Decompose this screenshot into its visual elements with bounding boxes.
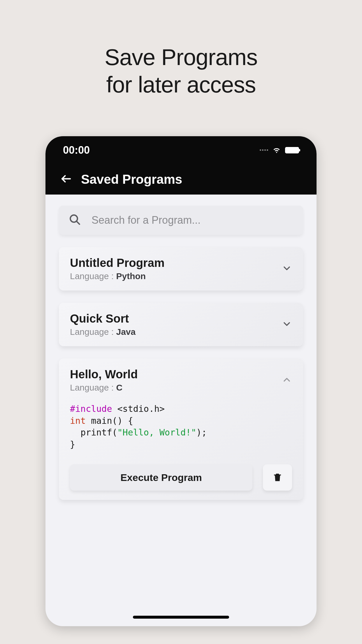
language-value: Python <box>116 271 146 281</box>
search-bar[interactable] <box>59 206 303 235</box>
chevron-down-icon[interactable] <box>282 319 292 330</box>
program-title: Untitled Program <box>70 256 164 270</box>
code-preview: #include <stdio.h> int main() { printf("… <box>70 403 292 450</box>
status-time: 00:00 <box>63 144 90 156</box>
program-card-header: Untitled Program Language : Python <box>70 256 292 281</box>
program-card[interactable]: Untitled Program Language : Python <box>59 247 303 290</box>
wifi-icon <box>272 145 281 155</box>
language-value: Java <box>116 327 136 337</box>
back-button[interactable] <box>60 173 72 186</box>
card-actions: Execute Program <box>70 464 292 491</box>
language-label: Language : <box>70 383 114 392</box>
language-label: Language : <box>70 271 114 281</box>
signal-dots-icon <box>260 149 268 151</box>
language-value: C <box>116 383 123 392</box>
content-area: Untitled Program Language : Python Quick… <box>45 195 317 511</box>
chevron-up-icon[interactable] <box>282 374 292 386</box>
svg-line-2 <box>76 221 80 224</box>
phone-frame: 00:00 Saved Programs Unt <box>45 136 317 626</box>
trash-icon <box>272 472 283 483</box>
program-card[interactable]: Quick Sort Language : Java <box>59 303 303 346</box>
home-indicator <box>133 616 229 619</box>
program-title: Quick Sort <box>70 312 136 325</box>
battery-icon <box>285 147 299 153</box>
search-icon <box>69 214 81 227</box>
program-card-expanded[interactable]: Hello, World Language : C #include <stdi… <box>59 358 303 500</box>
program-subtitle: Language : Java <box>70 327 136 337</box>
status-icons <box>260 145 299 155</box>
program-card-header: Hello, World Language : C <box>70 368 292 393</box>
program-title: Hello, World <box>70 368 138 381</box>
status-bar: 00:00 <box>45 136 317 164</box>
program-card-header: Quick Sort Language : Java <box>70 312 292 337</box>
program-subtitle: Language : C <box>70 383 138 393</box>
promo-heading: Save Programs for later access <box>105 44 258 98</box>
execute-button[interactable]: Execute Program <box>70 464 252 491</box>
promo-line-1: Save Programs <box>105 44 258 71</box>
program-subtitle: Language : Python <box>70 271 164 281</box>
promo-line-2: for later access <box>105 71 258 99</box>
language-label: Language : <box>70 327 114 337</box>
search-input[interactable] <box>92 214 293 226</box>
app-bar: Saved Programs <box>45 164 317 195</box>
page-title: Saved Programs <box>81 172 182 187</box>
chevron-down-icon[interactable] <box>282 263 292 275</box>
delete-button[interactable] <box>263 464 292 491</box>
